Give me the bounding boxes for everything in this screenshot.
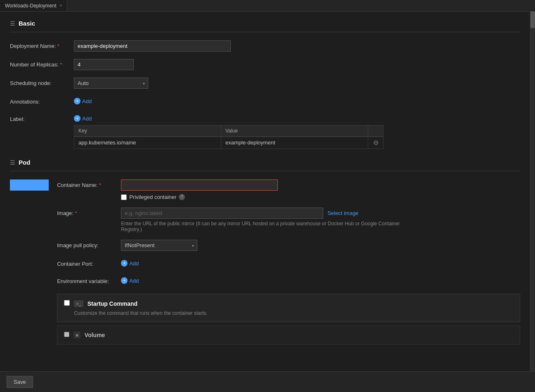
main-layout: ☰ Basic Deployment Name: Number of Repli… [0, 12, 535, 371]
tab-label: Workloads-Deployment [5, 3, 57, 9]
startup-command-description: Customize the command that runs when the… [64, 310, 513, 316]
container-name-content: Privileged container ? [121, 179, 520, 200]
pod-section-header: ☰ Pod [10, 159, 520, 171]
scheduling-label: Scheduling node: [10, 78, 74, 86]
annotations-label: Annotations: [10, 96, 74, 105]
container-port-row: Container Port: + Add [57, 258, 520, 268]
title-bar: Workloads-Deployment × [0, 0, 535, 12]
image-row: Image: Select image Enter the URL of the… [57, 208, 520, 232]
annotations-row: Annotations: + Add [10, 96, 520, 106]
scheduling-content: Auto Node1 Node2 [74, 78, 520, 89]
remove-label-button[interactable]: ⊖ [373, 139, 379, 146]
label-remove-cell: ⊖ [368, 137, 383, 149]
add-port-button[interactable]: + Add [121, 258, 139, 268]
pod-section-title: Pod [19, 159, 30, 166]
add-annotation-label: Add [82, 98, 92, 104]
container-port-content: + Add [121, 258, 520, 268]
add-env-label: Add [129, 278, 139, 284]
key-header: Key [74, 125, 221, 136]
deployment-name-input[interactable] [74, 40, 231, 52]
container-tab-area [10, 179, 49, 345]
image-content: Select image Enter the URL of the public… [121, 208, 520, 232]
label-table-header: Key Value [74, 125, 383, 137]
container-name-label: Container Name: [57, 179, 121, 188]
save-button[interactable]: Save [7, 376, 33, 388]
privileged-checkbox-row: Privileged container ? [121, 194, 520, 200]
image-pull-policy-row: Image pull policy: Always IfNotPresent N… [57, 240, 520, 251]
table-row: app.kubernetes.io/name example-deploymen… [74, 137, 383, 149]
deployment-name-row: Deployment Name: [10, 40, 520, 52]
add-env-icon: + [121, 277, 128, 284]
add-label-button[interactable]: + Add [74, 113, 92, 123]
env-var-row: Environment variable: + Add [57, 276, 520, 286]
env-var-label: Environment variable: [57, 276, 121, 284]
image-input-wrapper: Select image [121, 208, 520, 219]
pull-policy-select-wrapper: Always IfNotPresent Never [121, 240, 197, 251]
bottom-bar: Save [0, 371, 535, 392]
image-hint: Enter the URL of the public mirror (It c… [121, 221, 402, 232]
scrollbar-thumb[interactable] [530, 12, 535, 28]
image-pull-policy-label: Image pull policy: [57, 240, 121, 248]
label-table: Key Value app.kubernetes.io/name example… [74, 125, 383, 149]
label-value-cell: example-deployment [221, 137, 368, 149]
volume-checkbox[interactable] [64, 332, 69, 337]
image-pull-policy-content: Always IfNotPresent Never [121, 240, 520, 251]
add-port-icon: + [121, 260, 128, 267]
terminal-icon: >_ [74, 300, 83, 307]
startup-command-card: >_ Startup Command Customize the command… [57, 294, 520, 322]
pod-section: ☰ Pod Container Name: [10, 159, 520, 345]
right-scrollbar[interactable] [530, 12, 535, 371]
volume-title: Volume [85, 332, 105, 338]
startup-card-header: >_ Startup Command [64, 300, 513, 307]
tab-close-icon[interactable]: × [60, 3, 62, 8]
container-form: Container Name: Privileged container ? [57, 179, 520, 345]
value-header: Value [221, 125, 368, 136]
deployment-name-label: Deployment Name: [10, 40, 74, 49]
content-area: ☰ Basic Deployment Name: Number of Repli… [0, 12, 530, 371]
volume-card-header: ■ Volume [64, 332, 513, 338]
label-content: + Add Key Value app.kubernetes.io/name e… [74, 113, 520, 149]
startup-command-checkbox[interactable] [64, 300, 70, 306]
deployment-name-content [74, 40, 520, 52]
workloads-tab[interactable]: Workloads-Deployment × [0, 0, 67, 11]
pod-section-icon: ☰ [10, 159, 15, 166]
container-name-row: Container Name: Privileged container ? [57, 179, 520, 200]
replicas-row: Number of Replicas: [10, 59, 520, 70]
label-label: Label: [10, 113, 74, 122]
action-header [368, 125, 383, 136]
add-annotation-button[interactable]: + Add [74, 96, 92, 106]
basic-section-header: ☰ Basic [10, 20, 520, 32]
add-label-icon: + [74, 115, 80, 122]
replicas-content [74, 59, 520, 70]
container-port-label: Container Port: [57, 258, 121, 267]
add-annotation-icon: + [74, 98, 80, 104]
add-label-label: Add [82, 116, 92, 122]
image-label: Image: [57, 208, 121, 216]
container-tab[interactable] [10, 179, 49, 191]
scheduling-select[interactable]: Auto Node1 Node2 [74, 78, 148, 89]
privileged-checkbox[interactable] [121, 194, 127, 200]
container-name-input[interactable] [121, 179, 278, 191]
pod-layout: Container Name: Privileged container ? [10, 179, 520, 345]
add-env-button[interactable]: + Add [121, 276, 139, 286]
scheduling-row: Scheduling node: Auto Node1 Node2 [10, 78, 520, 89]
env-var-content: + Add [121, 276, 520, 286]
pull-policy-select[interactable]: Always IfNotPresent Never [121, 240, 197, 251]
basic-section-icon: ☰ [10, 20, 15, 27]
basic-section-title: Basic [19, 20, 35, 27]
image-input[interactable] [121, 208, 323, 219]
annotations-content: + Add [74, 96, 520, 106]
add-port-label: Add [129, 260, 139, 267]
privileged-label: Privileged container [129, 194, 176, 200]
scheduling-select-wrapper: Auto Node1 Node2 [74, 78, 148, 89]
volume-card: ■ Volume [57, 326, 520, 345]
replicas-label: Number of Replicas: [10, 59, 74, 68]
select-image-link[interactable]: Select image [327, 210, 358, 216]
volume-icon: ■ [73, 332, 80, 338]
label-row: Label: + Add Key Value app.kubernetes.io… [10, 113, 520, 149]
replicas-input[interactable] [74, 59, 134, 70]
startup-checkbox-wrapper [64, 300, 70, 307]
privileged-help-icon: ? [179, 194, 185, 200]
startup-command-title: Startup Command [88, 300, 137, 307]
label-key-cell: app.kubernetes.io/name [74, 137, 221, 149]
